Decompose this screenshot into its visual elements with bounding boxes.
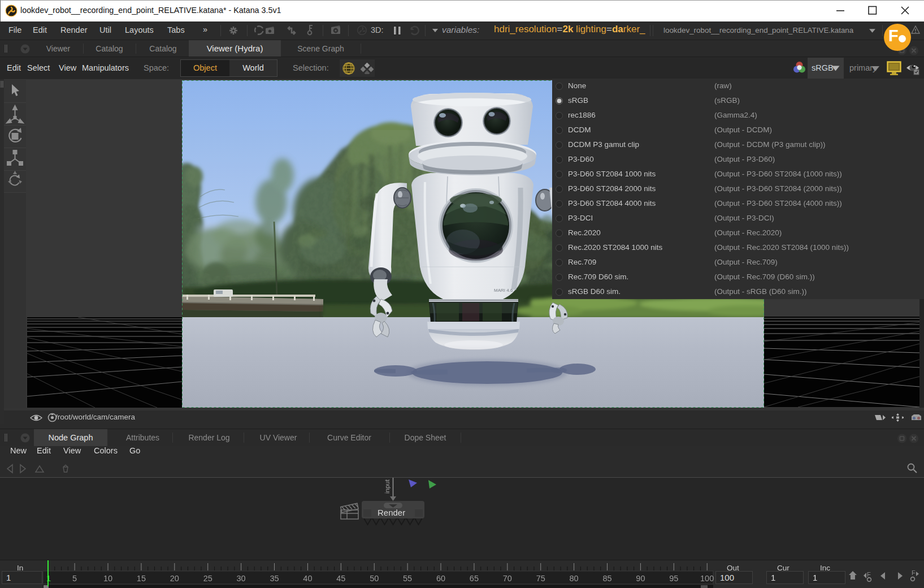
svg-text:65: 65 (470, 574, 479, 583)
svg-text:100: 100 (700, 574, 714, 583)
svg-text:Render: Render (378, 508, 405, 517)
svg-text:50: 50 (370, 574, 379, 583)
svg-text:30: 30 (237, 574, 246, 583)
svg-text:45: 45 (336, 574, 345, 583)
svg-text:1: 1 (46, 574, 51, 583)
svg-text:input: input (384, 479, 391, 494)
svg-text:F: F (912, 569, 916, 576)
svg-text:10: 10 (103, 574, 112, 583)
svg-text:MARI 4.6: MARI 4.6 (494, 288, 513, 293)
svg-text:35: 35 (270, 574, 279, 583)
svg-text:20: 20 (170, 574, 179, 583)
svg-text:55: 55 (403, 574, 412, 583)
svg-text:15: 15 (137, 574, 146, 583)
svg-text:85: 85 (602, 574, 611, 583)
svg-text:80: 80 (570, 574, 579, 583)
svg-text:90: 90 (636, 574, 645, 583)
svg-text:95: 95 (669, 574, 678, 583)
svg-text:75: 75 (536, 574, 545, 583)
svg-text:5: 5 (72, 574, 77, 583)
svg-text:70: 70 (503, 574, 512, 583)
svg-text:F: F (867, 571, 871, 578)
svg-text:40: 40 (303, 574, 312, 583)
svg-text:25: 25 (203, 574, 212, 583)
svg-text:60: 60 (436, 574, 445, 583)
